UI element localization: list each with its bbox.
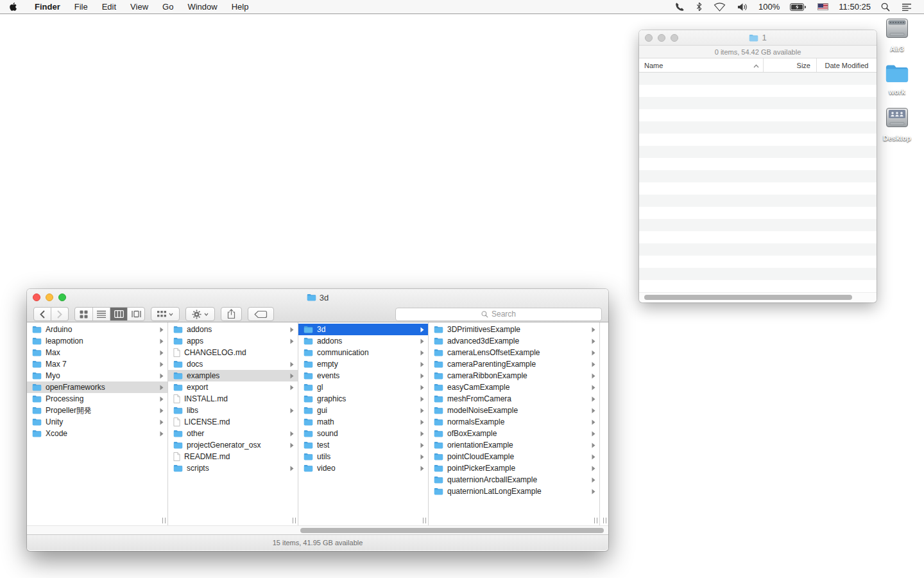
file-row-video[interactable]: video <box>298 462 428 474</box>
file-row-other[interactable]: other <box>168 428 298 439</box>
file-name: video <box>317 464 420 473</box>
file-row-Max[interactable]: Max <box>27 347 167 358</box>
file-row-Processing[interactable]: Processing <box>27 393 167 405</box>
file-row-Myo[interactable]: Myo <box>27 370 167 381</box>
file-row-cameraParentingExample[interactable]: cameraParentingExample <box>429 358 599 370</box>
cover-flow-view-button[interactable] <box>127 307 144 321</box>
menu-window[interactable]: Window <box>180 0 224 14</box>
column-header-date-modified[interactable]: Date Modified <box>817 58 877 72</box>
column-resize-handle[interactable] <box>293 518 296 523</box>
column-header-name[interactable]: Name <box>639 58 764 72</box>
horizontal-scrollbar[interactable] <box>27 525 608 534</box>
file-row-graphics[interactable]: graphics <box>298 393 428 405</box>
star <box>277 77 278 78</box>
file-row-quaternionLatLongExample[interactable]: quaternionLatLongExample <box>429 486 599 497</box>
spotlight-search-icon[interactable] <box>881 3 890 12</box>
file-row-pointPickerExample[interactable]: pointPickerExample <box>429 462 599 474</box>
file-row-CHANGELOG.md[interactable]: CHANGELOG.md <box>168 347 298 358</box>
tags-button[interactable] <box>248 307 274 321</box>
file-row-orientationExample[interactable]: orientationExample <box>429 439 599 451</box>
desktop-icon-air3[interactable]: Air3 <box>874 17 920 53</box>
forward-button[interactable] <box>51 307 69 321</box>
file-row-quaternionArcballExample[interactable]: quaternionArcballExample <box>429 474 599 486</box>
menu-edit[interactable]: Edit <box>95 0 123 14</box>
file-row-libs[interactable]: libs <box>168 405 298 416</box>
menu-help[interactable]: Help <box>225 0 256 14</box>
file-row-pointCloudExample[interactable]: pointCloudExample <box>429 451 599 462</box>
file-row-math[interactable]: math <box>298 416 428 428</box>
desktop-icon-work[interactable]: work <box>874 64 920 96</box>
file-row-scripts[interactable]: scripts <box>168 462 298 474</box>
file-row-easyCamExample[interactable]: easyCamExample <box>429 381 599 393</box>
arrange-menu-button[interactable] <box>151 307 180 321</box>
input-language-flag-icon[interactable] <box>817 3 828 10</box>
main-window-header[interactable]: 3d <box>27 289 608 322</box>
desktop-icon-desktop[interactable]: Desktop <box>874 107 920 142</box>
file-row-ofBoxExample[interactable]: ofBoxExample <box>429 428 599 439</box>
menu-go[interactable]: Go <box>155 0 180 14</box>
column-header-size[interactable]: Size <box>764 58 817 72</box>
file-row-gui[interactable]: gui <box>298 405 428 416</box>
file-row-examples[interactable]: examples <box>168 370 298 381</box>
file-row-communication[interactable]: communication <box>298 347 428 358</box>
file-row-cameraRibbonExample[interactable]: cameraRibbonExample <box>429 370 599 381</box>
back-button[interactable] <box>33 307 51 321</box>
file-row-normalsExample[interactable]: normalsExample <box>429 416 599 428</box>
search-input[interactable]: Search <box>395 308 602 321</box>
small-window-titlebar[interactable]: 1 <box>639 30 877 46</box>
volume-icon[interactable] <box>737 3 748 12</box>
menu-view[interactable]: View <box>123 0 155 14</box>
file-row-Arduino[interactable]: Arduino <box>27 324 167 335</box>
file-row-Unity[interactable]: Unity <box>27 416 167 428</box>
file-row-test[interactable]: test <box>298 439 428 451</box>
folder-icon <box>434 476 443 484</box>
menu-file[interactable]: File <box>67 0 95 14</box>
column-view-button[interactable] <box>110 307 127 321</box>
bluetooth-icon[interactable] <box>696 2 702 12</box>
file-row-meshFromCamera[interactable]: meshFromCamera <box>429 393 599 405</box>
scrollbar-thumb[interactable] <box>300 528 604 533</box>
apple-menu-icon[interactable] <box>9 2 17 12</box>
file-row-3d[interactable]: 3d <box>298 324 428 335</box>
file-row-openFrameworks[interactable]: openFrameworks <box>27 381 167 393</box>
battery-charging-icon[interactable] <box>790 3 806 11</box>
file-row-modelNoiseExample[interactable]: modelNoiseExample <box>429 405 599 416</box>
file-row-leapmotion[interactable]: leapmotion <box>27 335 167 347</box>
file-row-gl[interactable]: gl <box>298 381 428 393</box>
menu-finder[interactable]: Finder <box>28 0 67 14</box>
file-row-addons[interactable]: addons <box>168 324 298 335</box>
file-row-Max 7[interactable]: Max 7 <box>27 358 167 370</box>
wifi-icon[interactable] <box>714 3 726 12</box>
file-row-README.md[interactable]: README.md <box>168 451 298 462</box>
file-row-3DPrimitivesExample[interactable]: 3DPrimitivesExample <box>429 324 599 335</box>
column-resize-handle[interactable] <box>162 518 166 523</box>
file-row-Propeller開発[interactable]: Propeller開発 <box>27 405 167 416</box>
file-row-addons[interactable]: addons <box>298 335 428 347</box>
star <box>898 546 898 547</box>
scrollbar-thumb[interactable] <box>644 295 852 300</box>
file-row-cameraLensOffsetExample[interactable]: cameraLensOffsetExample <box>429 347 599 358</box>
file-row-events[interactable]: events <box>298 370 428 381</box>
file-row-docs[interactable]: docs <box>168 358 298 370</box>
file-row-empty[interactable]: empty <box>298 358 428 370</box>
notification-center-icon[interactable] <box>902 3 912 11</box>
share-button[interactable] <box>221 307 242 321</box>
column-resize-handle[interactable] <box>423 518 426 523</box>
file-row-Xcode[interactable]: Xcode <box>27 428 167 439</box>
column-resize-handle[interactable] <box>603 518 606 523</box>
file-row-projectGenerator_osx[interactable]: projectGenerator_osx <box>168 439 298 451</box>
action-menu-button[interactable] <box>185 307 215 321</box>
file-row-export[interactable]: export <box>168 381 298 393</box>
menu-clock[interactable]: 11:50:25 <box>839 2 871 12</box>
column-resize-handle[interactable] <box>594 518 597 523</box>
file-row-advanced3dExample[interactable]: advanced3dExample <box>429 335 599 347</box>
list-view-button[interactable] <box>92 307 110 321</box>
file-row-utils[interactable]: utils <box>298 451 428 462</box>
horizontal-scrollbar[interactable] <box>639 292 877 302</box>
file-row-INSTALL.md[interactable]: INSTALL.md <box>168 393 298 405</box>
file-row-sound[interactable]: sound <box>298 428 428 439</box>
icon-view-button[interactable] <box>75 307 92 321</box>
phone-handset-icon[interactable] <box>675 2 685 12</box>
file-row-LICENSE.md[interactable]: LICENSE.md <box>168 416 298 428</box>
file-row-apps[interactable]: apps <box>168 335 298 347</box>
